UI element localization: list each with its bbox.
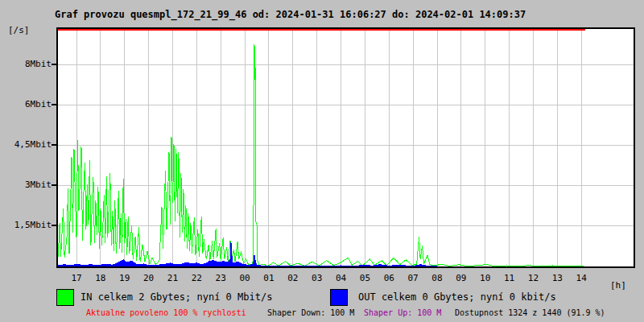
x-axis-hour-label: 02 <box>283 273 303 283</box>
x-axis-hour-label: 12 <box>523 273 543 283</box>
x-axis-hour-label: 08 <box>427 273 447 283</box>
availability-text: Dostupnost 1324 z 1440 (91.9 %) <box>455 308 605 317</box>
out-series-swatch <box>330 289 348 306</box>
y-axis-tick-label: 1,5Mbit <box>0 220 52 230</box>
y-axis-tick-label: 3Mbit <box>0 180 52 190</box>
x-axis-hour-label: 23 <box>211 273 230 283</box>
x-axis-hour-label: 01 <box>259 273 279 283</box>
x-axis-hour-label: 00 <box>235 273 254 283</box>
y-axis-tick-label: 6Mbit <box>0 99 52 109</box>
x-axis-hour-label: 13 <box>547 273 567 283</box>
x-axis-hour-label: 04 <box>332 273 351 283</box>
x-axis-hour-label: 21 <box>163 273 182 283</box>
y-axis-tick-label: 8Mbit <box>0 59 52 69</box>
in-series-swatch <box>56 289 74 306</box>
shaper-down-text: Shaper Down: 100 M <box>267 308 354 317</box>
traffic-chart-plot <box>0 0 644 293</box>
y-axis-unit-label: [/s] <box>8 25 30 35</box>
x-axis-hour-label: 06 <box>379 273 398 283</box>
x-axis-hour-label: 17 <box>67 273 86 283</box>
traffic-graph-window: Graf provozu quesmpl_172_21_99_46 od: 20… <box>0 0 644 322</box>
in-legend-label: IN celkem 2 Gbytes; nyní 0 Mbit/s <box>80 291 272 303</box>
x-axis-hour-label: 22 <box>187 273 206 283</box>
chart-svg <box>0 0 644 290</box>
y-axis-tick-label: 4,5Mbit <box>0 139 52 150</box>
x-axis-hour-label: 11 <box>500 273 519 283</box>
x-axis-hour-label: 19 <box>115 273 134 283</box>
allowed-speed-text: Aktualne povoleno 100 % rychlosti <box>86 308 246 317</box>
x-axis-unit-label: [h] <box>610 280 626 291</box>
x-axis-hour-label: 18 <box>91 273 110 283</box>
out-legend-label: OUT celkem 0 Gbytes; nyní 0 kbit/s <box>358 291 556 303</box>
x-axis-hour-label: 03 <box>308 273 327 283</box>
x-axis-hour-label: 05 <box>355 273 374 283</box>
x-axis-hour-label: 07 <box>403 273 423 283</box>
x-axis-hour-label: 10 <box>476 273 495 283</box>
x-axis-hour-label: 09 <box>452 273 471 283</box>
shaper-up-text: Shaper Up: 100 M <box>364 308 441 317</box>
x-axis-hour-label: 20 <box>139 273 159 283</box>
x-axis-hour-label: 14 <box>572 273 591 283</box>
